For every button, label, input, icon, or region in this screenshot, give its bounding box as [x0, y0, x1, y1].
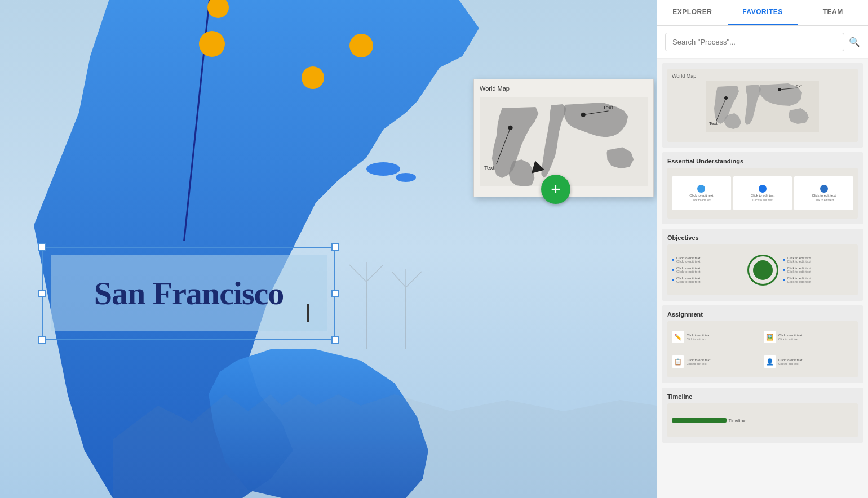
obj-circle-inner	[753, 260, 773, 280]
eu-box-1: Click to edit text Click to edit text	[672, 176, 731, 210]
search-bar: 🔍	[657, 26, 868, 59]
map-preview-title: World Map	[480, 85, 648, 92]
tab-team[interactable]: TEAM	[798, 0, 868, 25]
assign-icon-3: 📋	[672, 355, 684, 368]
svg-text:Text: Text	[794, 83, 802, 88]
obj-line-r2: Click to edit textClick to edit text	[783, 266, 854, 273]
template-card-essential-understandings[interactable]: Essential Understandings Click to edit t…	[662, 152, 863, 224]
svg-point-1	[366, 162, 400, 176]
obj-line-3: Click to edit textClick to edit text	[672, 277, 743, 283]
yellow-dot-4	[302, 66, 324, 89]
city-label: San Francisco	[94, 274, 284, 312]
timeline-label: Timeline	[729, 418, 746, 423]
assignment-title: Assignment	[667, 311, 858, 318]
assign-preview: ✏️ Click to edit text Click to edit text…	[667, 321, 858, 377]
tab-explorer[interactable]: EXPLORER	[657, 0, 728, 25]
resize-handle-br[interactable]	[331, 336, 339, 344]
essential-understandings-title: Essential Understandings	[667, 158, 858, 164]
timeline-title: Timeline	[667, 393, 858, 400]
assign-icon-2: 🖼️	[764, 331, 776, 343]
svg-point-2	[396, 173, 416, 182]
resize-handle-mr[interactable]	[331, 290, 339, 297]
obj-preview: Click to edit textClick to edit text Cli…	[667, 244, 858, 295]
template-card-timeline[interactable]: Timeline Timeline	[662, 388, 863, 443]
svg-text:Text: Text	[709, 121, 718, 126]
obj-text-lines-left: Click to edit textClick to edit text Cli…	[672, 256, 743, 283]
timeline-bar	[672, 418, 727, 423]
obj-line-r3: Click to edit textClick to edit text	[783, 277, 854, 283]
obj-circle	[747, 255, 778, 286]
timeline-preview: Timeline	[667, 403, 858, 437]
assign-icon-4: 👤	[764, 355, 776, 368]
yellow-dot-2	[199, 31, 225, 57]
wm-preview-title: World Map	[672, 73, 853, 79]
eu-box-2: Click to edit text Click to edit text	[733, 176, 792, 210]
obj-line-r1: Click to edit textClick to edit text	[783, 256, 854, 263]
resize-handle-ml[interactable]	[38, 290, 46, 297]
obj-dot-2	[672, 269, 674, 271]
assign-icon-1: ✏️	[672, 331, 684, 343]
eu-dot-2	[759, 185, 767, 193]
template-card-assignment[interactable]: Assignment ✏️ Click to edit text Click t…	[662, 305, 863, 383]
obj-line-1: Click to edit textClick to edit text	[672, 256, 743, 263]
assign-text-2: Click to edit text Click to edit text	[778, 334, 802, 341]
eu-dot-3	[820, 185, 828, 193]
selected-textbox[interactable]: San Francisco	[42, 247, 335, 340]
obj-dot-r3	[783, 279, 785, 281]
text-cursor	[307, 304, 309, 322]
eu-box-3: Click to edit text Click to edit text	[794, 176, 853, 210]
text-content-area[interactable]: San Francisco	[51, 255, 327, 331]
resize-handle-tr[interactable]	[331, 243, 339, 251]
obj-dot-1	[672, 259, 674, 261]
template-card-objectives[interactable]: Objectives Click to edit textClick to ed…	[662, 229, 863, 301]
objectives-title: Objectives	[667, 234, 858, 241]
sidebar-tabs: EXPLORER FAVORITES TEAM	[657, 0, 868, 26]
search-input[interactable]	[665, 33, 844, 51]
obj-dot-r1	[783, 259, 785, 261]
eu-preview: Click to edit text Click to edit text Cl…	[667, 168, 858, 219]
svg-text:Text: Text	[484, 164, 494, 171]
assign-cell-2: 🖼️ Click to edit text Click to edit text	[764, 326, 853, 348]
obj-text-lines-right: Click to edit textClick to edit text Cli…	[783, 256, 854, 283]
resize-handle-tl[interactable]	[38, 243, 46, 251]
template-list: World Map Text Text Ess	[657, 59, 868, 498]
yellow-dot-3	[349, 34, 373, 57]
map-preview-area: Text Text	[480, 95, 648, 188]
add-template-button[interactable]	[541, 175, 570, 204]
assign-cell-3: 📋 Click to edit text Click to edit text	[672, 350, 761, 373]
eu-dot-1	[697, 185, 705, 193]
assign-cell-1: ✏️ Click to edit text Click to edit text	[672, 326, 761, 348]
main-canvas: San Francisco World Map	[0, 0, 657, 498]
assign-text-3: Click to edit text Click to edit text	[687, 358, 710, 366]
svg-text:Text: Text	[603, 104, 613, 110]
obj-line-2: Click to edit textClick to edit text	[672, 266, 743, 273]
tab-favorites[interactable]: FAVORITES	[728, 0, 798, 25]
obj-dot-r2	[783, 269, 785, 271]
resize-handle-bl[interactable]	[38, 336, 46, 344]
obj-dot-3	[672, 279, 674, 281]
assign-text-4: Click to edit text Click to edit text	[778, 358, 802, 366]
assign-text-1: Click to edit text Click to edit text	[687, 334, 710, 341]
assign-cell-4: 👤 Click to edit text Click to edit text	[764, 350, 853, 373]
sidebar: EXPLORER FAVORITES TEAM 🔍 World Map	[657, 0, 868, 498]
template-card-world-map[interactable]: World Map Text Text	[662, 63, 863, 148]
world-map-preview: World Map Text Text	[667, 69, 858, 142]
search-icon[interactable]: 🔍	[849, 37, 860, 47]
